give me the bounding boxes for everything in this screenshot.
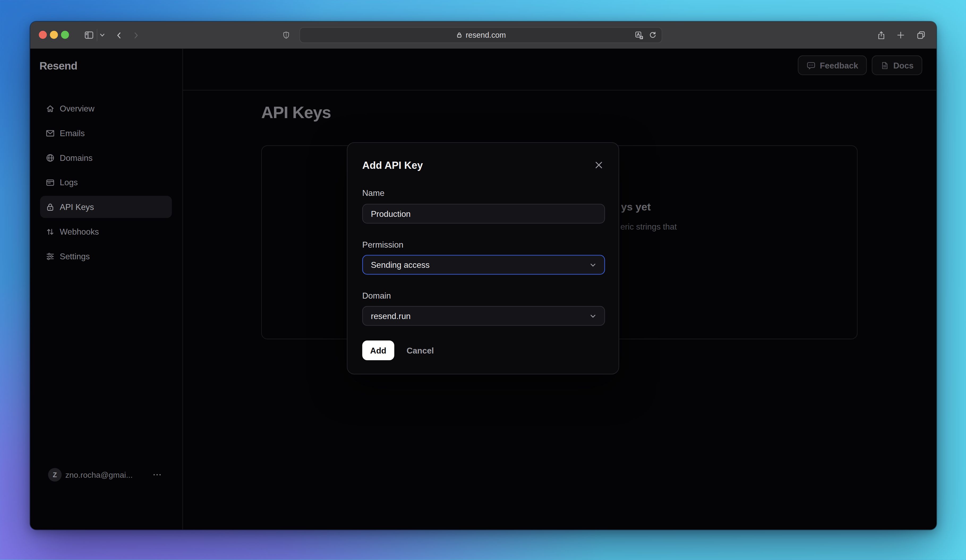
feedback-button[interactable]: Feedback [798,56,867,75]
mail-icon [46,128,55,138]
tls-lock-icon [456,31,463,39]
sidebar-nav: Overview Emails [30,96,182,269]
sidebar-item-label: Logs [60,178,78,187]
arrows-up-down-icon [46,227,55,236]
document-icon [880,61,889,70]
forward-icon[interactable] [131,26,141,44]
sidebar-item-domains[interactable]: Domains [30,146,182,170]
cancel-button[interactable]: Cancel [407,341,434,360]
logs-icon [46,178,55,187]
sidebar-item-settings[interactable]: Settings [30,244,182,269]
sidebar-item-label: Overview [60,104,95,113]
feedback-button-label: Feedback [820,61,858,70]
translate-icon[interactable] [635,31,644,40]
user-row[interactable]: Z zno.rocha@gmai... [30,465,182,484]
sidebar-toggle-icon[interactable] [82,26,95,44]
add-button[interactable]: Add [362,341,394,360]
sidebar-item-label: Emails [60,128,85,138]
content-header: Feedback Docs [182,49,936,90]
docs-button[interactable]: Docs [872,56,922,75]
lock-icon [46,202,55,211]
app-logo: Resend [39,60,77,73]
sidebar-item-label: Webhooks [60,227,99,236]
sliders-icon [46,252,55,261]
domain-select-value: resend.run [371,311,411,321]
sidebar: Resend Overview [30,49,183,529]
back-icon[interactable] [114,26,124,44]
sidebar-item-label: API Keys [60,202,94,211]
avatar: Z [48,468,62,481]
sidebar-item-logs[interactable]: Logs [30,170,182,195]
permission-field-label: Permission [362,240,403,249]
add-api-key-modal: Add API Key Name Permission Sending acce… [347,142,619,375]
sidebar-item-overview[interactable]: Overview [30,96,182,121]
user-email: zno.rocha@gmai... [65,470,133,480]
sidebar-item-api-keys[interactable]: API Keys [30,195,182,219]
permission-select-value: Sending access [371,260,430,269]
url-text: resend.com [466,31,506,39]
globe-icon [46,153,55,162]
browser-toolbar: resend.com [30,21,936,49]
close-icon[interactable] [594,160,604,170]
app-content: Resend Overview [30,49,936,529]
chevron-down-icon[interactable] [98,26,107,44]
sidebar-item-emails[interactable]: Emails [30,121,182,146]
share-icon[interactable] [875,26,887,44]
traffic-zoom-button[interactable] [61,31,69,39]
address-bar[interactable]: resend.com [299,27,662,43]
docs-button-label: Docs [893,61,914,70]
chevron-down-icon [589,261,597,269]
traffic-close-button[interactable] [39,31,47,39]
traffic-minimize-button[interactable] [50,31,58,39]
domain-field-label: Domain [362,291,391,300]
chevron-down-icon [589,312,597,320]
sidebar-item-webhooks[interactable]: Webhooks [30,219,182,244]
empty-state-body-fragment: eric strings that [620,223,677,232]
modal-title: Add API Key [362,159,423,171]
ellipsis-icon[interactable] [152,468,163,481]
sidebar-item-label: Domains [60,153,93,162]
name-input[interactable] [363,209,605,218]
empty-state-title-fragment: ys yet [621,201,651,214]
page-title: API Keys [261,103,331,123]
permission-select[interactable]: Sending access [362,255,605,275]
shield-icon[interactable] [280,26,292,44]
desktop: resend.com [0,0,966,560]
feedback-bubble-icon [806,61,815,70]
tabs-overview-icon[interactable] [914,26,928,44]
toolbar-divider [97,29,97,41]
browser-window: resend.com [30,21,936,529]
name-field-label: Name [362,188,384,198]
reload-icon[interactable] [649,31,657,39]
name-input-wrap [362,204,605,223]
sidebar-item-label: Settings [60,252,90,261]
home-icon [46,104,55,113]
new-tab-icon[interactable] [895,26,907,44]
domain-select[interactable]: resend.run [362,306,605,326]
